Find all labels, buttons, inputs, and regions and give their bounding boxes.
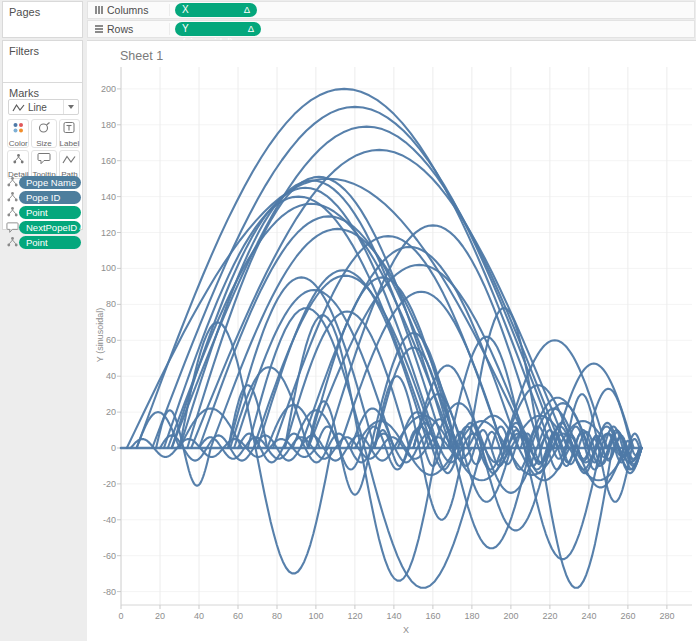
pill-label: X xyxy=(182,3,238,17)
svg-text:-20: -20 xyxy=(103,479,116,489)
svg-text:60: 60 xyxy=(106,335,116,345)
line-chart[interactable]: 020406080100120140160180200220240260280-… xyxy=(87,41,696,641)
marks-buttons: ColorSizeLabelDetailTooltipPath xyxy=(7,119,80,179)
svg-text:100: 100 xyxy=(308,611,323,621)
detail-icon xyxy=(12,151,25,169)
button-label: Color xyxy=(9,139,28,148)
columns-shelf[interactable]: Columns X Δ xyxy=(87,1,695,19)
tooltip-icon xyxy=(6,221,19,234)
svg-text:180: 180 xyxy=(101,120,116,130)
svg-text:240: 240 xyxy=(581,611,596,621)
svg-text:40: 40 xyxy=(194,611,204,621)
tooltip-icon xyxy=(37,151,51,169)
pill-point[interactable]: Point xyxy=(19,206,81,219)
svg-text:260: 260 xyxy=(620,611,635,621)
horizontal-gridlines xyxy=(121,89,692,592)
svg-text:140: 140 xyxy=(386,611,401,621)
svg-text:20: 20 xyxy=(155,611,165,621)
marks-pill-row: Point xyxy=(6,205,81,219)
detail-icon xyxy=(6,236,19,248)
pages-shelf[interactable]: Pages xyxy=(2,1,83,38)
y-axis-title: Y (sinusoidal) xyxy=(95,308,105,362)
svg-text:160: 160 xyxy=(425,611,440,621)
color-icon xyxy=(11,120,25,138)
pill-pope-id[interactable]: Pope ID xyxy=(19,191,81,204)
button-label: Label xyxy=(60,139,80,148)
label-icon xyxy=(62,120,76,138)
mark-type-value: Line xyxy=(28,102,63,113)
detail-icon xyxy=(6,191,19,203)
svg-text:180: 180 xyxy=(464,611,479,621)
svg-text:0: 0 xyxy=(118,611,123,621)
svg-text:0: 0 xyxy=(111,443,116,453)
filters-label: Filters xyxy=(3,41,82,57)
svg-text:80: 80 xyxy=(272,611,282,621)
svg-text:220: 220 xyxy=(542,611,557,621)
detail-icon xyxy=(6,206,19,218)
svg-text:60: 60 xyxy=(233,611,243,621)
columns-shelf-label: Columns xyxy=(107,4,151,16)
svg-text:280: 280 xyxy=(659,611,674,621)
marks-card: Marks Line ColorSizeLabelDetailTooltipPa… xyxy=(2,82,83,230)
pill-label: Y (sinusoidal) xyxy=(182,22,242,36)
size-button[interactable]: Size xyxy=(31,119,56,148)
color-button[interactable]: Color xyxy=(7,119,29,148)
rows-shelf-label: Rows xyxy=(107,23,151,35)
x-axis-tick-labels: 020406080100120140160180200220240260280 xyxy=(118,611,674,621)
svg-text:140: 140 xyxy=(101,192,116,202)
svg-text:200: 200 xyxy=(101,84,116,94)
rows-pill-y-sinusoidal[interactable]: Y (sinusoidal) Δ xyxy=(175,22,261,36)
tableau-window: Pages Filters Marks Line ColorSizeLabelD… xyxy=(0,0,696,641)
table-calc-delta-icon: Δ xyxy=(244,3,250,17)
svg-text:40: 40 xyxy=(106,371,116,381)
shelf-divider xyxy=(169,4,170,16)
label-button[interactable]: Label xyxy=(59,119,81,148)
svg-text:120: 120 xyxy=(347,611,362,621)
pages-label: Pages xyxy=(3,2,82,18)
sheet-canvas: Sheet 1 02040608010012014016018020022024… xyxy=(87,40,696,641)
chevron-down-icon xyxy=(63,100,78,114)
table-calc-delta-icon: Δ xyxy=(248,22,254,36)
marks-pills: Pope NamePope IDPointNextPopeIDΔPoint xyxy=(6,175,81,250)
button-label: Size xyxy=(36,139,52,148)
svg-text:100: 100 xyxy=(101,263,116,273)
shelf-divider xyxy=(169,23,170,35)
mark-type-select[interactable]: Line xyxy=(8,99,79,115)
svg-text:-60: -60 xyxy=(103,551,116,561)
marks-pill-row: Pope Name xyxy=(6,175,81,189)
svg-text:200: 200 xyxy=(503,611,518,621)
svg-text:-80: -80 xyxy=(103,587,116,597)
columns-pill-x[interactable]: X Δ xyxy=(175,3,257,17)
svg-text:20: 20 xyxy=(106,407,116,417)
svg-text:120: 120 xyxy=(101,228,116,238)
marks-pill-row: Point xyxy=(6,235,81,249)
pill-point[interactable]: Point xyxy=(19,236,81,249)
marks-label: Marks xyxy=(3,83,82,99)
rows-shelf[interactable]: Rows Y (sinusoidal) Δ xyxy=(87,20,695,38)
rows-icon xyxy=(93,24,104,34)
x-axis-title: X xyxy=(403,625,409,635)
detail-icon xyxy=(6,176,19,188)
marks-pill-row: NextPopeIDΔ xyxy=(6,220,81,234)
path-icon xyxy=(62,151,76,169)
svg-text:-40: -40 xyxy=(103,515,116,525)
line-mark-icon xyxy=(12,103,25,112)
pill-nextpopeid[interactable]: NextPopeIDΔ xyxy=(19,221,81,234)
table-calc-delta-icon: Δ xyxy=(79,221,81,234)
svg-text:80: 80 xyxy=(106,299,116,309)
pill-pope-name[interactable]: Pope Name xyxy=(19,176,81,189)
size-icon xyxy=(37,120,51,138)
marks-pill-row: Pope ID xyxy=(6,190,81,204)
svg-text:160: 160 xyxy=(101,156,116,166)
columns-icon xyxy=(93,5,104,15)
